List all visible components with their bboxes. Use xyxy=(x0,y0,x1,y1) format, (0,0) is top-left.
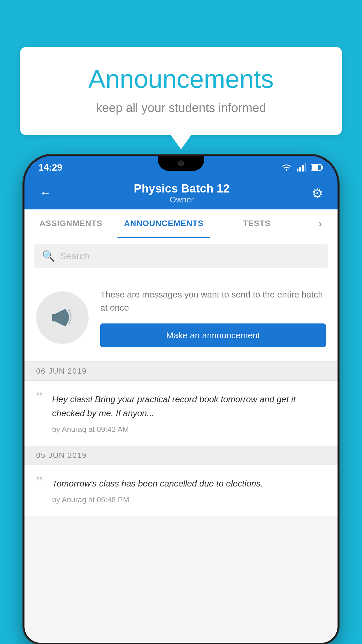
announcement-item-2: " Tomorrow's class has been cancelled du… xyxy=(24,465,338,516)
announcement-meta-1: by Anurag at 09:42 AM xyxy=(52,425,326,434)
speech-bubble-title: Announcements xyxy=(43,64,319,94)
tab-tests[interactable]: TESTS xyxy=(210,209,303,238)
date-divider-1: 06 JUN 2019 xyxy=(24,362,338,381)
announcement-item-1: " Hey class! Bring your practical record… xyxy=(24,381,338,446)
header-title-block: Physics Batch 12 Owner xyxy=(134,182,230,204)
megaphone-icon xyxy=(49,304,75,331)
announcement-body-2: Tomorrow's class has been cancelled due … xyxy=(52,477,326,504)
status-icons xyxy=(281,163,324,172)
notch xyxy=(158,156,204,171)
svg-rect-1 xyxy=(297,169,298,172)
search-container: 🔍 Search xyxy=(24,238,338,274)
battery-icon xyxy=(311,164,324,171)
megaphone-circle xyxy=(36,291,89,344)
status-time: 14:29 xyxy=(38,162,62,173)
front-camera xyxy=(178,160,184,166)
settings-button[interactable]: ⚙ xyxy=(309,183,326,204)
announcement-meta-2: by Anurag at 05:48 PM xyxy=(52,495,326,504)
phone-inner: 14:29 xyxy=(24,156,338,643)
quote-icon-1: " xyxy=(36,390,43,406)
announcement-prompt: These are messages you want to send to t… xyxy=(24,274,338,362)
announcement-body-1: Hey class! Bring your practical record b… xyxy=(52,392,326,434)
date-divider-2: 05 JUN 2019 xyxy=(24,446,338,465)
svg-rect-9 xyxy=(52,314,56,321)
search-input[interactable]: Search xyxy=(60,251,89,262)
svg-rect-6 xyxy=(312,165,318,170)
search-bar[interactable]: 🔍 Search xyxy=(34,244,328,268)
speech-bubble-container: Announcements keep all your students inf… xyxy=(20,47,342,135)
back-button[interactable]: ← xyxy=(36,183,55,203)
tabs-container: ASSIGNMENTS ANNOUNCEMENTS TESTS › xyxy=(24,209,338,238)
signal-icon xyxy=(297,163,306,172)
search-icon: 🔍 xyxy=(42,250,55,262)
prompt-description: These are messages you want to send to t… xyxy=(100,288,326,314)
svg-rect-2 xyxy=(299,167,301,172)
app-header: ← Physics Batch 12 Owner ⚙ xyxy=(24,177,338,209)
tab-announcements[interactable]: ANNOUNCEMENTS xyxy=(117,209,210,238)
speech-bubble: Announcements keep all your students inf… xyxy=(20,47,342,135)
svg-point-12 xyxy=(70,308,71,309)
phone-frame: 14:29 xyxy=(23,155,339,644)
svg-rect-3 xyxy=(302,165,304,172)
quote-icon-2: " xyxy=(36,474,43,491)
announcement-text-1: Hey class! Bring your practical record b… xyxy=(52,392,326,420)
prompt-right: These are messages you want to send to t… xyxy=(100,288,326,347)
screen-content: 🔍 Search xyxy=(24,238,338,643)
svg-point-0 xyxy=(286,169,287,171)
svg-rect-4 xyxy=(305,163,306,172)
user-role: Owner xyxy=(134,195,230,204)
tab-assignments[interactable]: ASSIGNMENTS xyxy=(24,209,117,238)
announcement-text-2: Tomorrow's class has been cancelled due … xyxy=(52,477,326,491)
wifi-icon xyxy=(281,163,292,172)
svg-rect-7 xyxy=(322,166,323,169)
speech-bubble-subtitle: keep all your students informed xyxy=(43,101,319,115)
svg-marker-8 xyxy=(55,309,65,326)
make-announcement-button[interactable]: Make an announcement xyxy=(100,323,326,347)
batch-name: Physics Batch 12 xyxy=(134,182,230,195)
tab-more[interactable]: › xyxy=(303,209,338,238)
svg-point-11 xyxy=(70,313,71,314)
svg-point-10 xyxy=(68,309,70,311)
